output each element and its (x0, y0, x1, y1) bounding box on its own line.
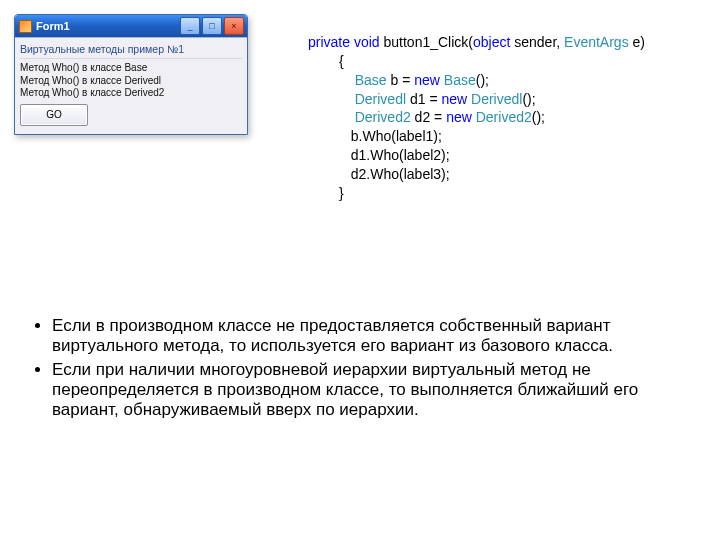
code-token: Base (440, 72, 476, 88)
code-token: d2 = (411, 109, 446, 125)
code-token: new (441, 91, 467, 107)
code-line: } (308, 185, 344, 201)
code-line: { (308, 53, 344, 69)
code-token: button1_Click( (380, 34, 473, 50)
code-token: new (446, 109, 472, 125)
bullet-item-1: Если в производном классе не предоставля… (52, 316, 690, 356)
code-line: d2.Who(label3); (308, 166, 450, 182)
close-button[interactable]: × (224, 17, 244, 35)
code-token: Derived2 (472, 109, 532, 125)
minimize-button[interactable]: _ (180, 17, 200, 35)
code-token: object (473, 34, 510, 50)
form-window: Form1 _ □ × Виртуальные методы пример №1… (14, 14, 248, 135)
code-token: new (414, 72, 440, 88)
output-line-2: Метод Who() в классе Derivedl (20, 75, 242, 88)
code-token: (); (532, 109, 545, 125)
code-token: Base (355, 72, 387, 88)
code-token: b = (387, 72, 415, 88)
output-line-1: Метод Who() в классе Base (20, 62, 242, 75)
code-token: Derivedl (467, 91, 522, 107)
code-token: private (308, 34, 350, 50)
go-button[interactable]: GO (20, 104, 88, 126)
form-heading: Виртуальные методы пример №1 (20, 41, 242, 59)
output-line-3: Метод Who() в классе Derived2 (20, 87, 242, 100)
code-token: (); (522, 91, 535, 107)
code-token: (); (476, 72, 489, 88)
form-body: Виртуальные методы пример №1 Метод Who()… (15, 37, 247, 134)
code-token: e) (629, 34, 645, 50)
code-token: Derivedl (355, 91, 406, 107)
code-token: sender, (510, 34, 564, 50)
code-token: EventArgs (564, 34, 629, 50)
app-icon (19, 20, 32, 33)
code-token: Derived2 (355, 109, 411, 125)
bullet-item-2: Если при наличии многоуровневой иерархии… (52, 360, 690, 420)
code-line: d1.Who(label2); (308, 147, 450, 163)
form-titlebar[interactable]: Form1 _ □ × (15, 15, 247, 37)
code-snippet: private void button1_Click(object sender… (268, 14, 645, 222)
maximize-button[interactable]: □ (202, 17, 222, 35)
code-token: d1 = (406, 91, 441, 107)
form-title: Form1 (36, 20, 70, 32)
code-token: void (350, 34, 380, 50)
code-line: b.Who(label1); (308, 128, 442, 144)
bullet-list: Если в производном классе не предоставля… (28, 316, 690, 424)
